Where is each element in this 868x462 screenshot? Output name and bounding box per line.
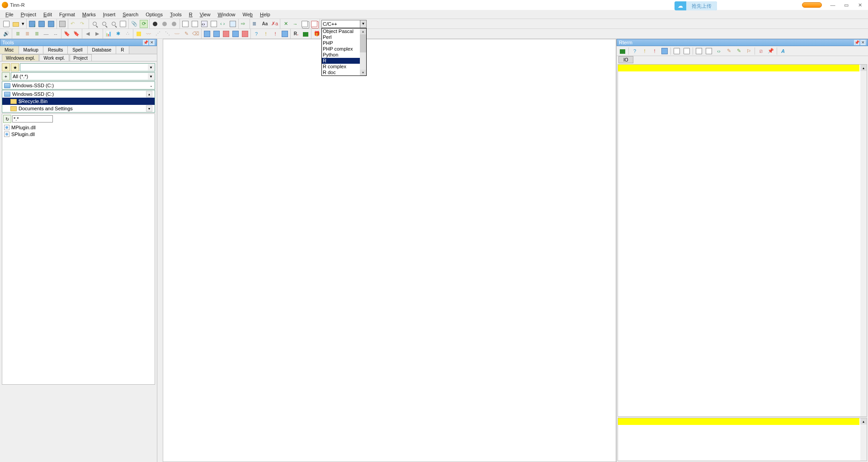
layout-1-button[interactable] — [181, 20, 189, 28]
rterm-clear-button[interactable]: ⎚ — [757, 47, 765, 55]
menu-file[interactable]: File — [2, 11, 17, 18]
window-1-button[interactable] — [203, 30, 211, 38]
forward-button[interactable]: → — [291, 20, 299, 28]
menu-view[interactable]: View — [196, 11, 214, 18]
search-button[interactable] — [90, 20, 99, 28]
close-panel-icon[interactable]: ✕ — [149, 40, 155, 45]
subtab-windows-expl[interactable]: Windows expl. — [2, 54, 39, 61]
layout-3-button[interactable]: ‹› — [200, 20, 208, 28]
search-files-button[interactable] — [119, 20, 127, 28]
indent-button[interactable]: ≣ — [251, 20, 259, 28]
open-dropdown-icon[interactable]: ▾ — [21, 20, 25, 28]
rterm-tab-io[interactable]: IO — [618, 56, 633, 63]
rterm-font-button[interactable]: A — [779, 47, 787, 55]
rterm-code-button[interactable]: ‹› — [715, 47, 723, 55]
layout-4-button[interactable] — [210, 20, 218, 28]
tree-folder-documents[interactable]: Documents and Settings — [2, 105, 155, 112]
favorite-1-button[interactable]: ★ — [2, 63, 10, 71]
chart-2-button[interactable]: ✱ — [114, 30, 122, 38]
rterm-book-button[interactable] — [660, 47, 669, 55]
warn-yellow-button[interactable]: ! — [262, 30, 270, 38]
menu-tools[interactable]: Tools — [166, 11, 185, 18]
indent-right-button[interactable]: ≣ — [23, 30, 31, 38]
redo-button[interactable]: ↷ — [79, 20, 87, 28]
warn-red-button[interactable]: ! — [271, 30, 279, 38]
navigation-button[interactable]: ⇨ — [240, 20, 248, 28]
rterm-flag-button[interactable]: 🏳 — [745, 47, 753, 55]
file-item[interactable]: SPlugin.dll — [2, 131, 155, 137]
window-5-button[interactable] — [241, 30, 249, 38]
menu-edit[interactable]: Edit — [40, 11, 56, 18]
plot-4-button[interactable]: 〰 — [173, 30, 181, 38]
rterm-panel-title[interactable]: Rterm 📌 ✕ — [617, 39, 868, 46]
rterm-warn-y-button[interactable]: ! — [641, 47, 649, 55]
rterm-green-button[interactable] — [618, 47, 627, 55]
speaker-button[interactable]: 🔊 — [2, 30, 10, 38]
minimize-button[interactable]: — — [826, 1, 839, 9]
chart-1-button[interactable]: 📊 — [104, 30, 113, 38]
layout-5-button[interactable]: ‹ › — [219, 20, 227, 28]
bookmark-button[interactable]: 🔖 — [63, 30, 71, 38]
tab-database[interactable]: Database — [88, 46, 117, 54]
chart-3-button[interactable]: ∴ — [123, 30, 132, 38]
bookmark-2-button[interactable]: 🔖 — [72, 30, 80, 38]
line-button[interactable]: — — [42, 30, 50, 38]
prev-button[interactable]: ◀ — [84, 30, 92, 38]
save-button-3[interactable] — [47, 20, 55, 28]
r-logo-button[interactable]: R. — [292, 30, 300, 38]
tree-scroll-up[interactable]: ▴ — [146, 91, 152, 97]
maximize-button[interactable]: ▭ — [840, 1, 853, 9]
menu-help[interactable]: Help — [256, 11, 274, 18]
record-mid-button[interactable] — [160, 20, 169, 28]
favorite-2-button[interactable]: ★ — [11, 63, 19, 71]
plot-1-button[interactable]: 〰 — [144, 30, 152, 38]
tools-panel-title[interactable]: Tools 📌 ✕ — [0, 39, 157, 46]
help-button[interactable]: ? — [252, 30, 260, 38]
layout-2-button[interactable] — [191, 20, 199, 28]
search-more-button[interactable] — [100, 20, 108, 28]
pin-icon[interactable]: 📌 — [143, 40, 148, 45]
tree-scroll-down[interactable]: ▾ — [146, 105, 152, 112]
refresh-button[interactable]: ⟳ — [140, 20, 148, 28]
save-button[interactable]: ↓ — [28, 20, 36, 28]
gift-button[interactable]: 🎁 — [313, 30, 321, 38]
strike-button[interactable]: ✗a — [270, 20, 278, 28]
rterm-highlight-button[interactable]: ✎ — [735, 47, 743, 55]
rterm-warn-r-button[interactable]: ! — [651, 47, 659, 55]
record-start-button[interactable] — [151, 20, 159, 28]
tab-r[interactable]: R — [116, 46, 129, 54]
dash-button[interactable]: -- — [52, 30, 60, 38]
editor-area[interactable] — [163, 39, 616, 462]
file-item[interactable]: MPlugin.dll — [2, 124, 155, 131]
combo-dropdown-icon[interactable]: ▼ — [360, 20, 366, 28]
subtab-project[interactable]: Project — [70, 54, 92, 61]
rterm-input[interactable]: ▴ — [618, 418, 867, 461]
tab-spell[interactable]: Spell — [68, 46, 87, 54]
rterm-pin-button[interactable]: 📌 — [767, 47, 775, 55]
book-button[interactable] — [281, 30, 289, 38]
window-3-button[interactable] — [222, 30, 230, 38]
menu-window[interactable]: Window — [214, 11, 239, 18]
cloud-upload-widget[interactable]: ☁ 抢先上传 — [675, 1, 717, 10]
rterm-doc-1-button[interactable] — [673, 47, 681, 55]
copy-button[interactable] — [301, 20, 309, 28]
copy-red-button[interactable] — [310, 20, 318, 28]
syntax-combo[interactable]: C/C++ ▼ Object Pascal Perl PHP PHP compl… — [321, 20, 367, 28]
menu-options[interactable]: Options — [142, 11, 166, 18]
new-file-button[interactable] — [2, 20, 10, 28]
tab-misc[interactable]: Misc — [0, 46, 19, 54]
filter-combo[interactable]: All (*.*)▼ — [11, 72, 155, 80]
eraser-button[interactable]: ⌫ — [192, 30, 200, 38]
menu-project[interactable]: Project — [17, 11, 40, 18]
attach-button[interactable]: 📎 — [130, 20, 138, 28]
open-file-button[interactable] — [12, 20, 20, 28]
tree-drive[interactable]: Windows-SSD (C:) — [2, 90, 155, 98]
save-all-button[interactable] — [38, 20, 46, 28]
plot-2-button[interactable]: ⋰ — [154, 30, 162, 38]
menu-search[interactable]: Search — [119, 11, 142, 18]
undo-button[interactable]: ↶ — [70, 20, 78, 28]
print-button[interactable] — [58, 20, 66, 28]
file-refresh-button[interactable]: ↻ — [3, 115, 11, 123]
search-replace-button[interactable] — [109, 20, 118, 28]
file-filter-input[interactable] — [12, 115, 53, 123]
